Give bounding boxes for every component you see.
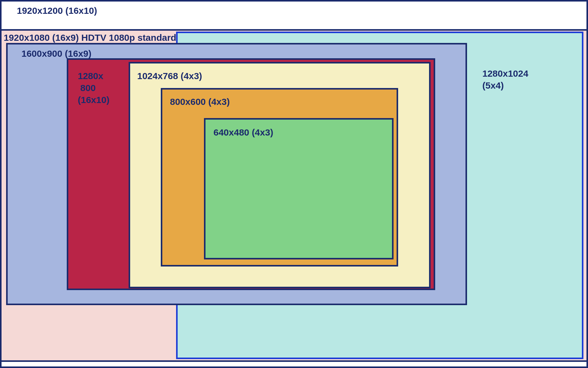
resolution-label-1024x768: 1024x768 (4x3): [137, 70, 202, 82]
resolution-label-line: 1280x1024: [482, 68, 528, 79]
resolution-label-588x368: 588x368 (16x10): [17, 5, 97, 17]
resolution-label-800x600: 800x600 (4x3): [170, 96, 230, 108]
resolution-label-640x480: 640x480 (4x3): [213, 126, 273, 138]
resolution-label-line: 800: [80, 83, 96, 93]
resolution-label-line: (5x4): [482, 80, 504, 90]
resolution-label-1280x800: 1280x 800 (16x10): [78, 70, 109, 106]
resolution-label-line: 1280x: [78, 71, 103, 81]
resolution-label-1600x900: 1600x900 (16x9): [21, 48, 92, 59]
resolution-box-640x480: [204, 118, 394, 259]
resolution-label-1920x1080: 1920x1080 (16x9) HDTV 1080p standard: [4, 32, 176, 44]
resolution-label-line: (16x10): [78, 95, 109, 105]
resolution-label-1280x1024: 1280x1024 (5x4): [482, 67, 528, 91]
